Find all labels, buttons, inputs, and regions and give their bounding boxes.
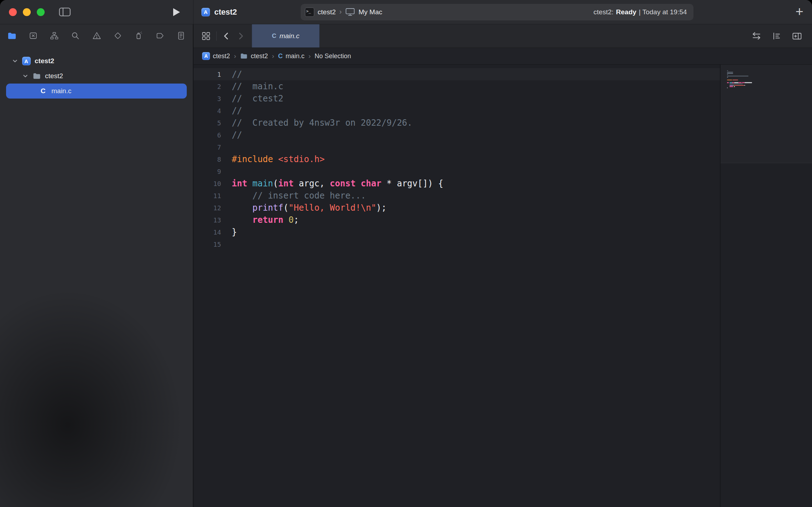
line-number: 10 (194, 180, 221, 187)
issue-navigator-icon[interactable] (92, 31, 101, 40)
code-text: int main(int argc, const char * argv[]) … (221, 179, 443, 189)
debug-navigator-icon[interactable] (134, 31, 144, 40)
c-file-icon: C (272, 32, 276, 40)
adjust-editor-icon[interactable] (752, 31, 761, 41)
code-text: // ctest2 (221, 94, 284, 104)
breadcrumb-item-ctest2[interactable]: ctest2 (240, 52, 268, 60)
run-button[interactable] (172, 8, 180, 16)
test-navigator-icon[interactable] (113, 31, 122, 40)
navigator-sidebar: Actest2ctest2Cmain.c (0, 24, 194, 507)
code-text: // Created by 4nsw3r on 2022/9/26. (221, 118, 412, 128)
c-file-icon: C (38, 87, 48, 95)
tab-label: main.c (280, 32, 300, 40)
breadcrumb-separator-icon: › (272, 52, 274, 60)
code-line[interactable]: 4// (194, 105, 720, 117)
status-project: ctest2: (593, 8, 613, 16)
zoom-button[interactable] (37, 8, 45, 16)
tree-item-label: ctest2 (45, 72, 63, 80)
code-text: #include <stdio.h> (221, 154, 325, 164)
sidebar-item-main-c[interactable]: Cmain.c (6, 84, 187, 99)
xcode-project-icon: A (201, 8, 210, 16)
code-line[interactable]: 9 (194, 165, 720, 177)
split-editor-icon[interactable] (792, 31, 802, 41)
minimap-icon[interactable] (772, 31, 781, 41)
breakpoint-navigator-icon[interactable] (155, 31, 165, 40)
line-number: 11 (194, 192, 221, 200)
code-line[interactable]: 5// Created by 4nsw3r on 2022/9/26. (194, 117, 720, 129)
window-controls (9, 8, 45, 16)
toolbar-main-section: A ctest2 >_ ctest2 › My Mac ctest2: Read… (194, 0, 812, 24)
minimap-line (727, 87, 812, 88)
divider (216, 31, 217, 41)
breadcrumb-item-main-c[interactable]: Cmain.c (278, 52, 305, 60)
code-text: return 0; (221, 215, 299, 225)
code-area[interactable]: 1//2// main.c3// ctest24//5// Created by… (194, 65, 720, 507)
minimize-button[interactable] (23, 8, 31, 16)
xcode-project-icon: A (21, 57, 31, 65)
breadcrumb-item-ctest2[interactable]: Actest2 (202, 52, 230, 60)
minimap-line (727, 81, 812, 82)
code-text: // insert code here... (221, 191, 366, 201)
project-navigator-icon[interactable] (7, 31, 17, 41)
code-line[interactable]: 12 printf("Hello, World!\n"); (194, 202, 720, 214)
code-line[interactable]: 2// main.c (194, 80, 720, 92)
code-line[interactable]: 10int main(int argc, const char * argv[]… (194, 177, 720, 190)
minimap[interactable] (720, 65, 812, 507)
line-number: 3 (194, 95, 221, 102)
minimap-line (727, 77, 812, 77)
code-line[interactable]: 3// ctest2 (194, 92, 720, 105)
code-line[interactable]: 6// (194, 129, 720, 141)
my-mac-icon (345, 8, 355, 16)
symbol-navigator-icon[interactable] (50, 31, 59, 40)
tab-main.c[interactable]: Cmain.c (252, 24, 320, 47)
minimap-line (727, 85, 812, 86)
find-navigator-icon[interactable] (71, 31, 80, 40)
sidebar-shadow (0, 289, 182, 507)
window-body: Actest2ctest2Cmain.c (0, 24, 812, 507)
plus-button[interactable]: + (796, 5, 803, 20)
disclosure-chevron-icon[interactable] (10, 58, 20, 64)
code-line[interactable]: 15 (194, 238, 720, 250)
toolbar-sidebar-section (0, 0, 194, 24)
sidebar-toggle-icon[interactable] (59, 7, 71, 17)
tab-bar-right-controls (752, 31, 812, 41)
code-line[interactable]: 11 // insert code here... (194, 190, 720, 202)
code-line[interactable]: 1// (194, 68, 720, 80)
minimap-line (727, 80, 812, 80)
source-control-icon[interactable] (29, 31, 38, 40)
back-button[interactable] (222, 32, 230, 40)
line-number: 9 (194, 168, 221, 175)
minimap-line (727, 84, 812, 84)
source-editor[interactable]: 1//2// main.c3// ctest24//5// Created by… (194, 65, 812, 507)
forward-button[interactable] (237, 32, 245, 40)
breadcrumb-label: main.c (286, 52, 305, 60)
close-button[interactable] (9, 8, 17, 16)
sidebar-item-ctest2[interactable]: Actest2 (6, 54, 187, 69)
breadcrumb-item-No-Selection[interactable]: No Selection (315, 52, 351, 60)
line-number: 1 (194, 71, 221, 78)
minimap-line (727, 73, 812, 74)
line-number: 13 (194, 216, 221, 224)
code-line[interactable]: 7 (194, 141, 720, 153)
minimap-panel (721, 65, 812, 163)
project-navigator-tree: Actest2ctest2Cmain.c (0, 54, 193, 99)
sidebar-item-ctest2[interactable]: ctest2 (6, 69, 187, 84)
code-line[interactable]: 8#include <stdio.h> (194, 153, 720, 165)
code-text: // (221, 130, 242, 140)
disclosure-chevron-icon[interactable] (21, 73, 30, 79)
code-line[interactable]: 13 return 0; (194, 214, 720, 226)
report-navigator-icon[interactable] (176, 31, 186, 40)
status-state: Ready (616, 8, 636, 16)
xcode-project-icon: A (202, 52, 210, 60)
chevron-right-icon: › (339, 7, 342, 16)
tab-overview-icon[interactable] (201, 31, 211, 41)
line-number: 12 (194, 204, 221, 212)
scheme-selector[interactable]: ctest2 (318, 8, 336, 16)
folder-icon (240, 52, 248, 60)
window-title: ctest2 (214, 7, 237, 17)
scheme-capsule: >_ ctest2 › My Mac ctest2: Ready | Today… (301, 4, 693, 20)
minimap-line (727, 89, 812, 90)
code-line[interactable]: 14} (194, 226, 720, 238)
destination-selector[interactable]: My Mac (359, 8, 382, 16)
activity-status[interactable]: ctest2: Ready | Today at 19:54 (593, 8, 687, 16)
